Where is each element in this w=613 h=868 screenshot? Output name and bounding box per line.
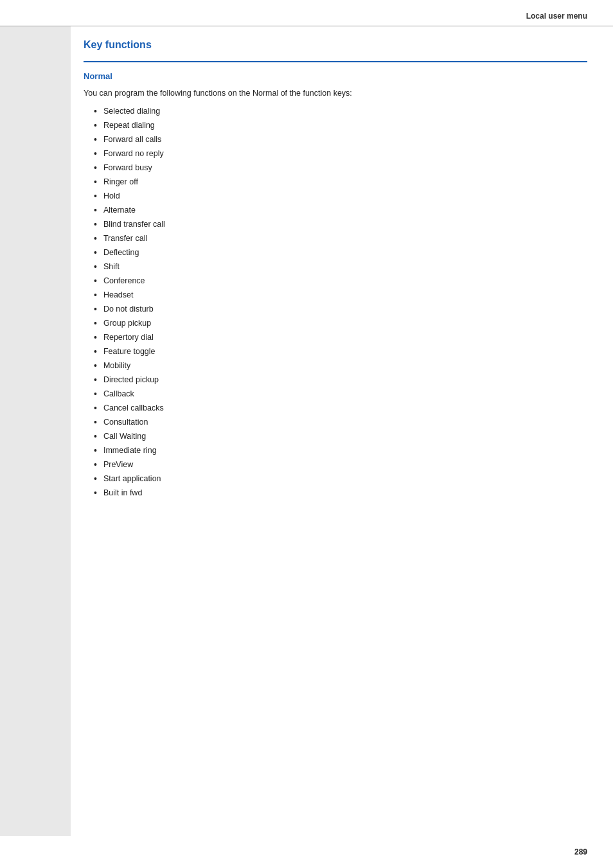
page-container: Local user menu Key functions Normal You… <box>0 0 613 868</box>
intro-text: You can program the following functions … <box>84 87 587 100</box>
list-item: Call Waiting <box>84 430 587 443</box>
list-item: PreView <box>84 458 587 472</box>
content-wrapper: Key functions Normal You can program the… <box>0 26 613 836</box>
list-item: Forward no reply <box>84 147 587 161</box>
list-item: Blind transfer call <box>84 218 587 231</box>
list-item: Group pickup <box>84 317 587 330</box>
section-title: Key functions <box>84 39 587 51</box>
bullet-list: Selected dialingRepeat dialingForward al… <box>84 105 587 500</box>
list-item: Deflecting <box>84 246 587 260</box>
list-item: Built in fwd <box>84 486 587 500</box>
list-item: Callback <box>84 387 587 401</box>
page-number: 289 <box>574 847 587 856</box>
list-item: Start application <box>84 472 587 486</box>
list-item: Repeat dialing <box>84 119 587 132</box>
page-header: Local user menu <box>0 0 613 26</box>
sidebar <box>0 26 71 836</box>
list-item: Hold <box>84 190 587 203</box>
section-divider <box>84 61 587 62</box>
list-item: Shift <box>84 260 587 274</box>
list-item: Selected dialing <box>84 105 587 118</box>
list-item: Do not disturb <box>84 303 587 316</box>
list-item: Immediate ring <box>84 444 587 457</box>
list-item: Directed pickup <box>84 373 587 387</box>
list-item: Conference <box>84 274 587 288</box>
list-item: Transfer call <box>84 232 587 245</box>
list-item: Forward all calls <box>84 133 587 146</box>
list-item: Repertory dial <box>84 331 587 344</box>
subsection-title: Normal <box>84 71 587 81</box>
list-item: Consultation <box>84 416 587 429</box>
list-item: Forward busy <box>84 161 587 175</box>
main-content: Key functions Normal You can program the… <box>71 26 613 836</box>
list-item: Feature toggle <box>84 345 587 359</box>
list-item: Mobility <box>84 359 587 373</box>
header-title: Local user menu <box>526 12 587 21</box>
list-item: Alternate <box>84 204 587 217</box>
list-item: Cancel callbacks <box>84 402 587 415</box>
list-item: Ringer off <box>84 175 587 189</box>
list-item: Headset <box>84 288 587 302</box>
